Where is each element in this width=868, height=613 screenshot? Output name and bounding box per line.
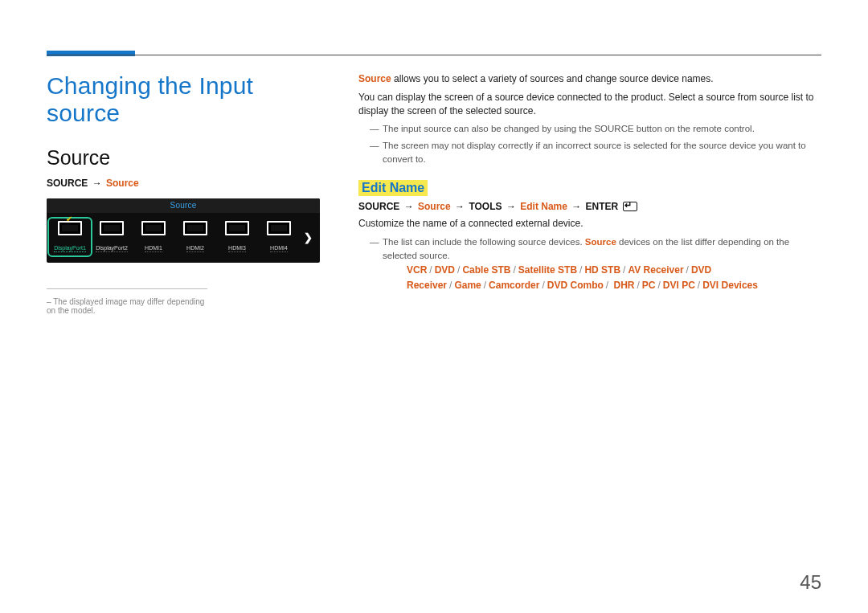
- source-type-item: Cable STB: [462, 264, 510, 276]
- port-icon: [100, 221, 124, 235]
- path-step: Edit Name: [520, 201, 567, 212]
- arrow-icon: →: [570, 201, 583, 212]
- source-type-item: DHR: [613, 280, 634, 291]
- arrow-icon: →: [403, 201, 416, 212]
- intro-notes-list: The input source can also be changed by …: [370, 122, 821, 166]
- port-icon: ✔: [58, 221, 82, 235]
- note-source-bold: SOURCE: [594, 124, 633, 133]
- source-type-item: Game: [454, 280, 481, 291]
- separator: /: [455, 264, 462, 276]
- source-type-item: AV Receiver: [628, 264, 683, 276]
- nav-path-edit-name: SOURCE → Source → TOOLS → Edit Name → EN…: [358, 201, 821, 212]
- intro-note-1: The input source can also be changed by …: [370, 122, 821, 136]
- intro-paragraph-1: Source allows you to select a variety of…: [358, 72, 821, 86]
- path-source-target: Source: [106, 178, 139, 189]
- tile-label: HDMI3: [228, 245, 246, 252]
- intro-text: allows you to select a variety of source…: [391, 73, 714, 84]
- note-text: The list can include the following sourc…: [383, 237, 585, 247]
- port-icon: [267, 221, 291, 235]
- source-type-item: VCR: [407, 264, 427, 276]
- arrow-icon: →: [505, 201, 518, 212]
- separator: /: [684, 264, 691, 276]
- next-arrow-icon[interactable]: ❯: [304, 231, 313, 243]
- path-step: Source: [418, 201, 451, 212]
- source-type-item: DVI PC: [663, 280, 695, 291]
- section-heading-source: Source: [47, 146, 320, 170]
- source-panel-body: ✔ DisplayPort1 DisplayPort2 HDMI1 HDMI2: [47, 213, 320, 263]
- intro-note-2: The screen may not display correctly if …: [370, 139, 821, 166]
- separator: /: [447, 280, 454, 291]
- edit-name-note: The list can include the following sourc…: [370, 235, 821, 293]
- path-source-label: SOURCE: [47, 178, 88, 189]
- separator: /: [656, 280, 663, 291]
- source-type-item: DVI Devices: [702, 280, 758, 291]
- source-type-item: PC: [642, 280, 656, 291]
- source-type-item: DVD Combo: [547, 280, 604, 291]
- separator: /: [510, 264, 518, 276]
- separator: /: [604, 280, 611, 291]
- two-column-layout: Changing the Input source Source SOURCE …: [47, 64, 821, 315]
- source-panel: Source ✔ DisplayPort1 DisplayPort2 HDMI1: [47, 198, 320, 263]
- right-column: Source allows you to select a variety of…: [358, 64, 821, 315]
- header-rule: [47, 55, 821, 55]
- separator: /: [539, 280, 547, 291]
- arrow-icon: →: [91, 178, 104, 189]
- manual-page: Changing the Input source Source SOURCE …: [0, 0, 868, 613]
- edit-name-notes-list: The list can include the following sourc…: [370, 235, 821, 293]
- checkmark-icon: ✔: [66, 215, 72, 223]
- port-icon: [141, 221, 166, 235]
- tile-label: DisplayPort1: [54, 245, 86, 252]
- separator: /: [634, 280, 641, 291]
- path-step: TOOLS: [469, 201, 502, 212]
- source-tile-hdmi3[interactable]: HDMI3: [219, 221, 256, 253]
- tile-label: DisplayPort2: [96, 245, 128, 252]
- source-type-item: Satellite STB: [518, 264, 577, 276]
- nav-path-source: SOURCE → Source: [47, 178, 320, 189]
- tile-label: HDMI2: [186, 245, 204, 252]
- edit-name-desc: Customize the name of a connected extern…: [358, 217, 821, 231]
- source-type-item: HD STB: [584, 264, 620, 276]
- intro-paragraph-2: You can display the screen of a source d…: [358, 91, 821, 118]
- port-icon: [183, 221, 207, 235]
- source-type-item: Camcorder: [489, 280, 539, 291]
- port-icon: [225, 221, 249, 235]
- source-tile-displayport1[interactable]: ✔ DisplayPort1: [51, 221, 88, 253]
- page-number: 45: [800, 571, 821, 594]
- path-step: SOURCE: [358, 201, 399, 212]
- tile-label: HDMI4: [270, 245, 288, 252]
- subsection-heading-edit-name: Edit Name: [358, 180, 428, 196]
- separator: /: [695, 280, 702, 291]
- source-tile-hdmi1[interactable]: HDMI1: [135, 221, 172, 253]
- source-type-item: DVD: [435, 264, 455, 276]
- enter-icon: [623, 202, 637, 211]
- source-types-list: VCR/DVD/Cable STB/Satellite STB/HD STB/A…: [407, 263, 821, 293]
- tile-label: HDMI1: [145, 245, 162, 252]
- separator: /: [427, 264, 434, 276]
- source-tile-hdmi2[interactable]: HDMI2: [177, 221, 214, 253]
- image-disclaimer: – The displayed image may differ dependi…: [47, 288, 207, 315]
- source-panel-heading: Source: [47, 198, 320, 213]
- source-tile-hdmi4[interactable]: HDMI4: [260, 221, 297, 253]
- path-step: ENTER: [586, 201, 619, 212]
- note-text: button on the remote control.: [634, 124, 755, 133]
- intro-source-word: Source: [358, 73, 391, 84]
- note-source-word: Source: [585, 237, 616, 247]
- note-text: The input source can also be changed by …: [383, 124, 594, 133]
- arrow-icon: →: [453, 201, 466, 212]
- separator: /: [481, 280, 489, 291]
- left-column: Changing the Input source Source SOURCE …: [47, 64, 320, 315]
- source-tile-displayport2[interactable]: DisplayPort2: [93, 221, 130, 253]
- page-title: Changing the Input source: [47, 72, 320, 127]
